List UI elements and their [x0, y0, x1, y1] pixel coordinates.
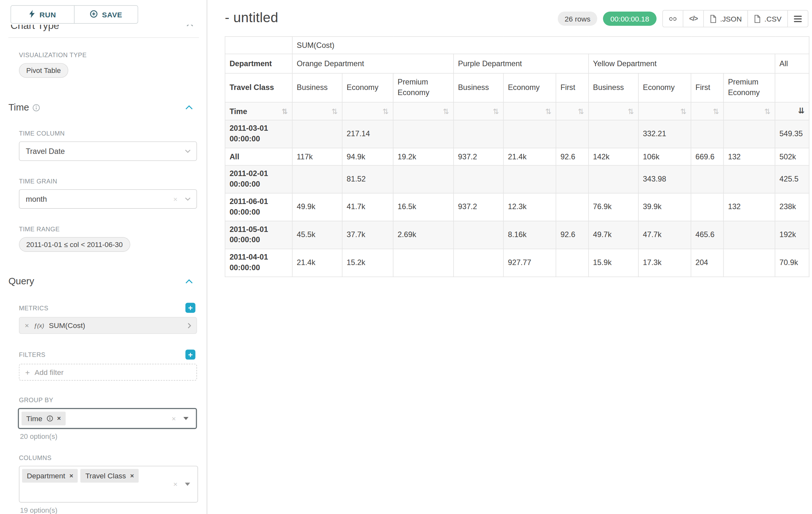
save-button-label: SAVE: [102, 10, 122, 19]
pivot-cell: 217.14: [342, 120, 393, 148]
remove-tag-icon[interactable]: ×: [69, 472, 73, 479]
clear-icon[interactable]: ×: [173, 195, 177, 203]
remove-tag-icon[interactable]: ×: [130, 472, 134, 479]
sort-icon[interactable]: ⇅: [545, 108, 551, 115]
pivot-sort-header[interactable]: ⇅: [503, 102, 556, 120]
visualization-type-value[interactable]: Pivot Table: [19, 63, 68, 78]
group-by-select[interactable]: Time× ×: [18, 408, 197, 429]
pivot-cell: 49.7k: [589, 221, 638, 249]
pivot-cell: 425.5: [775, 165, 809, 193]
pivot-sort-header[interactable]: ⇅: [393, 102, 454, 120]
remove-metric-icon[interactable]: ×: [25, 322, 29, 329]
filters-label: FILTERS: [19, 351, 46, 358]
sort-icon[interactable]: ⇅: [578, 108, 584, 115]
chevron-right-icon[interactable]: [187, 323, 191, 328]
selected-value-tag[interactable]: Department×: [22, 469, 78, 483]
pivot-sort-header[interactable]: ⇅: [342, 102, 393, 120]
pivot-sort-header[interactable]: ⇅: [454, 102, 503, 120]
table-row: 2011-04-01 00:00:0021.4k15.2k927.7715.9k…: [225, 249, 809, 277]
pivot-col-group-header: Purple Department: [454, 54, 589, 74]
sort-icon[interactable]: ⇅: [764, 108, 771, 115]
clear-icon[interactable]: ×: [172, 415, 176, 422]
sort-icon[interactable]: ⇅: [331, 108, 338, 115]
add-filter-button[interactable]: +: [185, 350, 196, 359]
add-filter-dropzone[interactable]: + Add filter: [19, 364, 197, 380]
pivot-sort-header[interactable]: ⇊: [775, 102, 809, 120]
pivot-cell: 669.6: [691, 148, 723, 165]
pivot-cell: 17.3k: [638, 249, 691, 277]
pivot-cell: [691, 165, 723, 193]
run-button-label: RUN: [39, 10, 56, 19]
chart-type-collapse-icon[interactable]: [186, 25, 194, 27]
selected-value-tag[interactable]: Time×: [22, 411, 65, 425]
pivot-cell: 12.3k: [503, 193, 556, 221]
pivot-cell: [723, 165, 775, 193]
pivot-col-header: First: [556, 73, 588, 102]
pivot-cell: 21.4k: [503, 148, 556, 165]
more-options-button[interactable]: [787, 10, 808, 27]
save-button[interactable]: SAVE: [74, 5, 138, 23]
add-filter-placeholder: Add filter: [35, 368, 63, 377]
time-range-value[interactable]: 2011-01-01 ≤ col < 2011-06-30: [19, 237, 130, 252]
pivot-cell: [393, 249, 454, 277]
pivot-sort-header[interactable]: ⇅: [589, 102, 638, 120]
pivot-sort-header[interactable]: ⇅: [638, 102, 691, 120]
pivot-sort-header[interactable]: ⇅: [556, 102, 588, 120]
export-csv-button[interactable]: .CSV: [748, 10, 788, 27]
pivot-row-dimension-header[interactable]: Time⇅: [225, 102, 292, 120]
time-column-label: TIME COLUMN: [19, 130, 197, 137]
pivot-sort-header[interactable]: ⇅: [723, 102, 775, 120]
function-icon: ƒ(x): [34, 322, 44, 329]
info-icon: [33, 104, 40, 111]
sort-icon[interactable]: ⇅: [383, 108, 389, 115]
pivot-sort-header[interactable]: ⇅: [292, 102, 342, 120]
pivot-cell: 142k: [589, 148, 638, 165]
caret-down-icon: [185, 483, 190, 486]
pivot-row-label: 2011-02-01 00:00:00: [225, 165, 292, 193]
pivot-cell: 92.6: [556, 221, 588, 249]
pivot-cell: [556, 120, 588, 148]
plus-circle-icon: [90, 10, 98, 19]
pivot-sort-header[interactable]: ⇅: [691, 102, 723, 120]
collapse-section-icon[interactable]: [185, 105, 193, 110]
clear-icon[interactable]: ×: [173, 481, 177, 488]
pivot-cell: [556, 165, 588, 193]
pivot-cell: 19.2k: [393, 148, 454, 165]
pivot-row-label: 2011-03-01 00:00:00: [225, 120, 292, 148]
query-timer-badge: 00:00:00.18: [603, 11, 657, 26]
pivot-cell: 15.2k: [342, 249, 393, 277]
pivot-cell: 192k: [775, 221, 809, 249]
chart-type-section-clipped: Chart Type: [10, 25, 197, 33]
time-column-select[interactable]: Travel Date: [19, 141, 197, 161]
add-metric-button[interactable]: +: [185, 303, 196, 313]
sort-icon[interactable]: ⇅: [628, 108, 634, 115]
time-section-header[interactable]: Time: [8, 102, 197, 113]
pivot-cell: 937.2: [454, 148, 503, 165]
remove-tag-icon[interactable]: ×: [57, 415, 61, 422]
pivot-cell: [393, 165, 454, 193]
metric-chip[interactable]: × ƒ(x) SUM(Cost): [19, 317, 197, 334]
chart-title[interactable]: - untitled: [225, 9, 278, 26]
pivot-cell: 465.6: [691, 221, 723, 249]
pivot-cell: 37.7k: [342, 221, 393, 249]
copy-link-button[interactable]: [662, 10, 683, 27]
sort-descending-icon[interactable]: ⇊: [798, 107, 805, 115]
selected-value-tag[interactable]: Travel Class×: [81, 469, 139, 483]
query-section-header[interactable]: Query: [8, 276, 197, 287]
sort-icon[interactable]: ⇅: [282, 108, 288, 115]
pivot-row-label: All: [225, 148, 292, 165]
collapse-section-icon[interactable]: [185, 279, 193, 284]
export-json-button[interactable]: .JSON: [703, 10, 748, 27]
sort-icon[interactable]: ⇅: [493, 108, 499, 115]
plus-icon: +: [25, 368, 30, 376]
embed-code-button[interactable]: </>: [683, 10, 704, 27]
export-button-group: </> .JSON .CSV: [662, 10, 809, 27]
sort-icon[interactable]: ⇅: [713, 108, 719, 115]
pivot-cell: 41.7k: [342, 193, 393, 221]
sort-icon[interactable]: ⇅: [680, 108, 687, 115]
time-grain-select[interactable]: month ×: [19, 189, 197, 209]
columns-select[interactable]: Department×Travel Class× ×: [19, 466, 198, 503]
run-button[interactable]: RUN: [10, 5, 75, 23]
group-by-label: GROUP BY: [19, 397, 197, 404]
sort-icon[interactable]: ⇅: [443, 108, 449, 115]
